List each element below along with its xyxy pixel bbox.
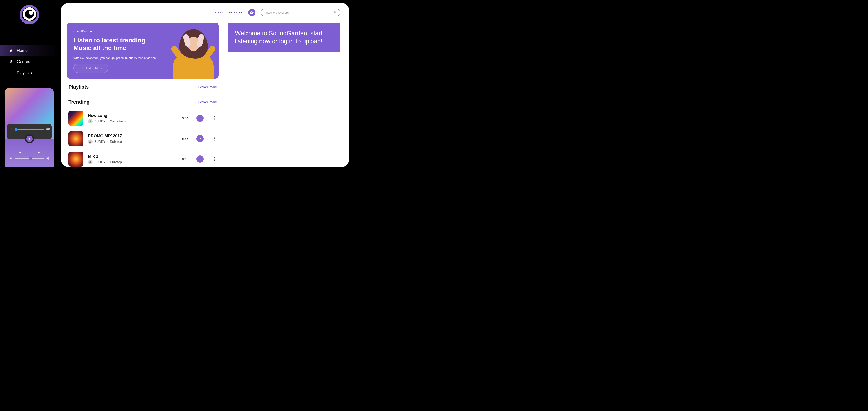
trending-header: Trending Explore more xyxy=(67,99,219,105)
volume-high-icon[interactable] xyxy=(46,157,50,160)
nav-list: Home Genres Playlists xyxy=(0,45,59,78)
mic-icon xyxy=(9,60,13,64)
volume-thumb[interactable] xyxy=(29,157,32,160)
separator: · xyxy=(107,119,108,123)
nav-label: Genres xyxy=(17,59,30,64)
main-panel: LOGIN REGISTER SoundGarden Listen to lat… xyxy=(61,3,349,167)
seek-thumb[interactable] xyxy=(15,128,18,131)
welcome-banner: Welcome to SoundGarden, start listening … xyxy=(228,23,340,52)
playlists-title: Playlists xyxy=(68,84,89,90)
play-icon xyxy=(199,138,201,140)
seek-track[interactable] xyxy=(14,129,44,130)
track-list: New song BUDDY · Soundtrack 3:04 xyxy=(67,108,219,167)
nav-genres[interactable]: Genres xyxy=(0,56,59,67)
track-play-button[interactable] xyxy=(196,156,204,163)
cloud-upload-icon xyxy=(250,11,254,14)
track-more-button[interactable] xyxy=(213,115,217,122)
play-icon xyxy=(29,138,30,140)
track-title: Mix 1 xyxy=(88,154,178,159)
volume-slider[interactable] xyxy=(15,158,44,159)
track-title: New song xyxy=(88,113,178,118)
playlists-explore-link[interactable]: Explore more xyxy=(198,85,217,89)
track-thumbnail xyxy=(68,131,84,146)
time-current: 0:00 xyxy=(9,128,13,131)
track-artist: BUDDY xyxy=(94,160,105,164)
hero-banner: SoundGarden Listen to latest trending Mu… xyxy=(67,23,219,79)
trending-title: Trending xyxy=(68,99,90,105)
nav-playlists[interactable]: Playlists xyxy=(0,67,59,78)
search-box[interactable] xyxy=(261,9,340,16)
volume-low-icon[interactable] xyxy=(9,157,12,160)
nav-home[interactable]: Home xyxy=(0,45,59,56)
artist-avatar xyxy=(88,119,93,124)
search-input[interactable] xyxy=(264,11,331,14)
nav-label: Playlists xyxy=(17,70,32,75)
svg-point-2 xyxy=(29,11,33,15)
brand-logo xyxy=(0,0,59,32)
track-genre: Soundtrack xyxy=(110,119,126,123)
track-row: PROMO MIX 2017 BUDDY · Dubstep 16:33 xyxy=(67,129,219,149)
track-row: New song BUDDY · Soundtrack 3:04 xyxy=(67,108,219,129)
skip-next-icon[interactable] xyxy=(37,151,40,154)
logo-icon xyxy=(19,5,40,27)
separator: · xyxy=(107,160,108,164)
track-artist: BUDDY xyxy=(94,140,105,143)
track-artist: BUDDY xyxy=(94,119,105,123)
home-icon xyxy=(9,49,13,53)
register-link[interactable]: REGISTER xyxy=(229,11,243,14)
track-row: Mix 1 BUDDY · Dubstep 8:46 xyxy=(67,149,219,167)
person-icon xyxy=(89,120,92,123)
listen-now-button[interactable]: Listen Now xyxy=(73,64,108,73)
upload-button[interactable] xyxy=(248,9,255,16)
top-bar: LOGIN REGISTER xyxy=(61,3,349,22)
track-title: PROMO MIX 2017 xyxy=(88,134,176,138)
skip-previous-icon[interactable] xyxy=(19,151,22,154)
play-icon xyxy=(199,158,201,160)
artist-avatar xyxy=(88,139,93,144)
sidebar: Home Genres Playlists 0:00 0:00 xyxy=(0,0,59,167)
track-play-button[interactable] xyxy=(196,115,204,122)
track-genre: Dubstep xyxy=(110,160,122,164)
headphones-icon xyxy=(80,66,84,70)
artist-avatar xyxy=(88,160,93,164)
mini-player: 0:00 0:00 xyxy=(5,88,54,167)
track-genre: Dubstep xyxy=(110,140,122,143)
track-more-button[interactable] xyxy=(213,135,217,142)
hero-image xyxy=(155,23,219,79)
track-duration: 3:04 xyxy=(182,116,188,120)
playlists-header: Playlists Explore more xyxy=(67,84,219,90)
separator: · xyxy=(107,140,108,143)
track-thumbnail xyxy=(68,151,84,167)
library-icon xyxy=(9,71,13,75)
play-button[interactable] xyxy=(25,134,34,143)
time-total: 0:00 xyxy=(45,128,50,131)
track-thumbnail xyxy=(68,111,84,126)
person-icon xyxy=(89,161,92,163)
track-duration: 16:33 xyxy=(180,137,188,140)
trending-explore-link[interactable]: Explore more xyxy=(198,100,217,104)
search-icon xyxy=(334,11,337,14)
track-play-button[interactable] xyxy=(196,135,204,142)
nav-label: Home xyxy=(17,48,28,53)
person-icon xyxy=(89,140,92,143)
play-icon xyxy=(199,117,201,119)
track-more-button[interactable] xyxy=(213,156,217,163)
login-link[interactable]: LOGIN xyxy=(215,11,223,14)
track-duration: 8:46 xyxy=(182,157,188,161)
